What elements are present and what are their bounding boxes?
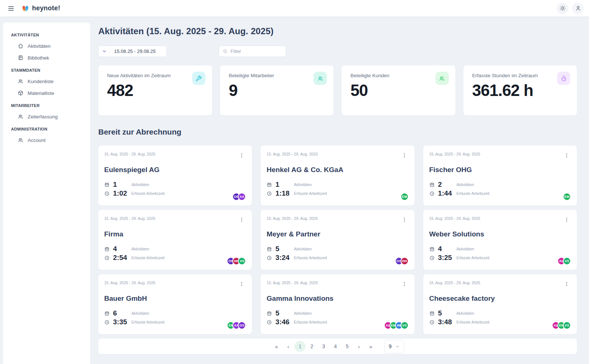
time-row: 3:35 Erfasste Arbeitszeit (104, 318, 246, 326)
stats-row: Neue Aktivitäten im Zeitraum 482 Beteili… (98, 65, 577, 115)
customer-name[interactable]: Gamma Innovations (267, 295, 408, 303)
card-menu-button[interactable] (562, 150, 571, 160)
first-page-button[interactable]: « (271, 341, 282, 352)
avatar[interactable]: EM (401, 193, 409, 201)
page-button-3[interactable]: 3 (318, 341, 329, 352)
customer-card: 15. Aug. 2025 - 29. Aug. 2025 Cheesecake… (423, 274, 577, 334)
controls-row: 15.08.25 - 29.08.25 (98, 46, 577, 57)
avatar[interactable]: GS (238, 321, 246, 329)
clock-icon (104, 255, 110, 261)
page-button-2[interactable]: 2 (306, 341, 317, 352)
prev-page-button[interactable]: ‹ (283, 341, 294, 352)
stat-card: Beteiligte Mitarbeiter 9 (220, 65, 334, 115)
avatar-group: ALENVS (554, 321, 571, 329)
sidebar-item-label: Aktivitäten (28, 43, 50, 49)
time-row: 2:54 Erfasste Arbeitszeit (104, 253, 246, 262)
avatar[interactable]: HH (401, 257, 409, 265)
avatar[interactable]: VS (563, 321, 571, 329)
avatar[interactable]: VS (238, 257, 246, 265)
customer-name[interactable]: Firma (104, 230, 246, 238)
page-button-5[interactable]: 5 (342, 341, 353, 352)
card-time-label: Erfasste Arbeitszeit (131, 191, 165, 196)
avatar[interactable]: VS (401, 321, 409, 329)
clock-icon (104, 191, 110, 196)
main-content: Aktivitäten (15. Aug. 2025 - 29. Aug. 20… (98, 17, 577, 354)
clock-icon (267, 191, 272, 196)
card-time-label: Erfasste Arbeitszeit (294, 320, 327, 324)
sidebar-item-materialliste[interactable]: Materialliste (3, 87, 90, 99)
customer-name[interactable]: Cheesecake factory (429, 295, 571, 303)
card-activities-count: 1 (275, 181, 294, 189)
card-menu-button[interactable] (237, 215, 246, 225)
customer-name[interactable]: Henkel AG & Co. KGaA (267, 166, 408, 174)
card-time-value: 2:54 (113, 254, 131, 262)
stat-card: Neue Aktivitäten im Zeitraum 482 (98, 65, 212, 115)
avatar-group: EM (565, 193, 571, 201)
card-time-label: Erfasste Arbeitszeit (456, 256, 490, 260)
customer-name[interactable]: Meyer & Partner (267, 230, 408, 238)
card-menu-button[interactable] (562, 279, 571, 289)
calendar-icon (104, 182, 110, 188)
theme-toggle-button[interactable] (557, 3, 568, 14)
date-picker-toggle[interactable] (99, 46, 110, 57)
card-time-value: 1:02 (113, 189, 131, 197)
next-page-button[interactable]: › (353, 341, 364, 352)
card-stats: 1 Aktivitäten 1:02 Erfasste Arbeitszeit (104, 180, 246, 198)
avatar[interactable]: VS (563, 257, 571, 265)
card-menu-button[interactable] (400, 279, 409, 289)
time-row: 3:48 Erfasste Arbeitszeit (429, 318, 571, 326)
card-time-label: Erfasste Arbeitszeit (131, 256, 165, 260)
card-menu-button[interactable] (562, 215, 571, 225)
sidebar-item-zeiterfassung[interactable]: Zeiterfassung (3, 111, 90, 122)
card-header: 15. Aug. 2025 - 29. Aug. 2025 (104, 279, 246, 289)
chevron-down-icon (395, 344, 400, 349)
filter-input[interactable] (230, 49, 282, 54)
page-title: Aktivitäten (15. Aug. 2025 - 29. Aug. 20… (98, 26, 577, 36)
card-date-range: 15. Aug. 2025 - 29. Aug. 2025 (429, 150, 480, 156)
time-row: 3:25 Erfasste Arbeitszeit (429, 253, 571, 262)
activities-row: 2 Aktivitäten (429, 180, 571, 189)
customer-card-grid: 15. Aug. 2025 - 29. Aug. 2025 Eulenspieg… (98, 146, 577, 334)
stat-label: Beteiligte Mitarbeiter (229, 73, 325, 78)
customer-name[interactable]: Bauer GmbH (104, 295, 246, 303)
card-date-range: 15. Aug. 2025 - 29. Aug. 2025 (267, 215, 318, 221)
sidebar-item-account[interactable]: Account (3, 134, 90, 146)
app-logo[interactable]: heynote! (21, 4, 60, 13)
customer-card: 15. Aug. 2025 - 29. Aug. 2025 Gamma Inno… (261, 274, 414, 334)
date-range-picker[interactable]: 15.08.25 - 29.08.25 (98, 46, 167, 57)
last-page-button[interactable]: » (365, 341, 376, 352)
card-activities-label: Aktivitäten (131, 182, 149, 187)
card-time-label: Erfasste Arbeitszeit (131, 320, 165, 324)
card-time-value: 3:35 (113, 318, 131, 326)
card-date-range: 15. Aug. 2025 - 29. Aug. 2025 (104, 215, 155, 221)
date-range-value[interactable]: 15.08.25 - 29.08.25 (110, 46, 156, 57)
kebab-icon (564, 153, 569, 158)
sidebar-item-kundenliste[interactable]: Kundenliste (3, 75, 90, 87)
clock-icon (429, 191, 435, 196)
avatar-group: OCHHVS (229, 257, 246, 265)
page-size-select[interactable]: 9 (384, 340, 404, 353)
sidebar-item-bibliothek[interactable]: Bibliothek (3, 52, 90, 64)
kebab-icon (239, 217, 244, 222)
card-menu-button[interactable] (237, 279, 246, 289)
page-button-4[interactable]: 4 (330, 341, 341, 352)
card-menu-button[interactable] (400, 215, 409, 225)
activities-row: 1 Aktivitäten (104, 180, 246, 189)
nav-section-stammdaten: STAMMDATEN (3, 64, 90, 75)
customer-name[interactable]: Weber Solutions (429, 230, 571, 238)
calendar-icon (429, 311, 435, 316)
avatar[interactable]: AA (238, 193, 246, 201)
card-stats: 4 Aktivitäten 3:25 Erfasste Arbeitszeit (429, 245, 571, 262)
avatar[interactable]: EM (563, 193, 571, 201)
customer-name[interactable]: Eulenspiegel AG (104, 166, 246, 174)
card-stats: 5 Aktivitäten 3:24 Erfasste Arbeitszeit (267, 245, 408, 262)
card-menu-button[interactable] (400, 150, 409, 160)
activities-row: 4 Aktivitäten (104, 245, 246, 253)
page-button-1[interactable]: 1 (294, 341, 306, 352)
card-menu-button[interactable] (237, 150, 246, 160)
account-button[interactable] (572, 3, 584, 14)
customer-card: 15. Aug. 2025 - 29. Aug. 2025 Bauer GmbH… (98, 274, 252, 334)
sidebar-item-aktivitaeten[interactable]: Aktivitäten (3, 40, 90, 52)
hamburger-menu-button[interactable] (5, 3, 17, 14)
customer-name[interactable]: Fischer OHG (429, 166, 571, 174)
